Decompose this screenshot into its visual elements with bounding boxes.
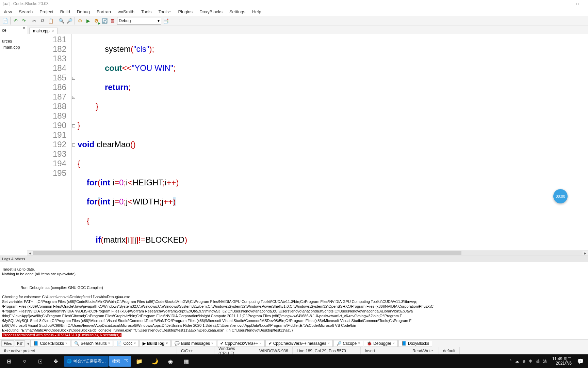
toolbar: 📄 ↶ ↷ ✂ ⧉ 📋 🔍 🔎 ⚙ ▶ ⚙▶ 🔄 ⊠ Debug▾ 📑	[0, 16, 588, 26]
logtab-search[interactable]: 🔍Search results×	[71, 340, 113, 347]
abort-icon[interactable]: ⊠	[109, 17, 116, 25]
close-icon[interactable]: ×	[358, 341, 360, 345]
menu-plugins[interactable]: Plugins	[175, 9, 195, 15]
copy-icon[interactable]: ⧉	[39, 17, 46, 25]
build-log-body[interactable]: Target is up to date. Nothing to be done…	[0, 262, 588, 339]
taskbar-clock[interactable]: 11:49 周二 2021/7/6	[550, 357, 574, 366]
close-icon[interactable]: ×	[328, 341, 330, 345]
close-icon[interactable]: ×	[134, 341, 136, 345]
ie-taskbar-item[interactable]: 🌐考会计证需要看…	[64, 356, 109, 367]
scroll-thumb[interactable]	[33, 251, 461, 255]
close-icon[interactable]: ×	[211, 341, 213, 345]
menu-project[interactable]: Project	[37, 9, 56, 15]
code-text[interactable]: system("cls"); cout<<"YOU WIN"; return; …	[76, 34, 588, 250]
menu-debug[interactable]: Debug	[74, 9, 93, 15]
close-tab-icon[interactable]: ×	[52, 29, 54, 33]
status-eol: Windows (CR+LF)	[214, 347, 255, 354]
target-options-icon[interactable]: 📑	[162, 17, 169, 25]
system-tray[interactable]: ˄ ☁ ⊕ 中 英 清	[507, 359, 550, 364]
logtab-doxyblocks[interactable]: 📘DoxyBlocks	[398, 340, 432, 347]
chrome-icon[interactable]: ◉	[163, 354, 178, 368]
search-icon[interactable]: ○	[17, 354, 32, 368]
status-language: C/C++	[177, 347, 214, 354]
menu-build[interactable]: Build	[58, 9, 73, 15]
logtab-cppcheck[interactable]: ✔CppCheck/Vera++×	[217, 340, 265, 347]
fold-column[interactable]: − − − −	[71, 34, 76, 250]
menu-view[interactable]: /iew	[1, 9, 15, 15]
replace-icon[interactable]: 🔎	[66, 17, 73, 25]
timer-overlay[interactable]: 00:00	[553, 189, 568, 203]
build-target-dropdown[interactable]: Debug▾	[117, 17, 161, 25]
redo-icon[interactable]: ↷	[20, 17, 28, 25]
ime-icon[interactable]: 清	[543, 359, 547, 364]
tab-prev-icon[interactable]: ◂	[26, 341, 30, 346]
ime-icon[interactable]: 中	[529, 359, 533, 364]
logtab-cccc[interactable]: 📄Cccc×	[114, 340, 139, 347]
close-icon[interactable]: ×	[108, 341, 110, 345]
fold-minus-icon[interactable]: −	[72, 124, 75, 127]
log-tabs-bar: Files FS' ◂ 📘Code::Blocks× 🔍Search resul…	[0, 339, 588, 347]
cut-icon[interactable]: ✂	[31, 17, 38, 25]
menu-doxyblocks[interactable]: DoxyBlocks	[197, 9, 225, 15]
find-icon[interactable]: 🔍	[58, 17, 65, 25]
horizontal-scrollbar[interactable]: ◂ ▸	[27, 250, 588, 256]
logtab-cscope[interactable]: 🔎Cscope×	[333, 340, 363, 347]
codeblocks-icon[interactable]: ▦	[179, 354, 194, 368]
menu-help[interactable]: Help	[249, 9, 264, 15]
code-editor[interactable]: 1811821831841851861871881891901911921931…	[27, 34, 588, 250]
rebuild-icon[interactable]: 🔄	[101, 17, 108, 25]
status-message: the active project	[0, 347, 177, 354]
task-view-icon[interactable]: ⊡	[33, 354, 48, 368]
side-tab-fs[interactable]: FS'	[15, 340, 25, 347]
notifications-icon[interactable]: 💬	[574, 354, 587, 368]
build-run-icon[interactable]: ⚙▶	[93, 17, 100, 25]
menu-settings[interactable]: Settings	[227, 9, 248, 15]
tab-main-cpp[interactable]: main.cpp ×	[29, 28, 58, 34]
new-file-icon[interactable]: 📄	[1, 17, 9, 25]
logs-panel: Logs & others Target is up to date. Noth…	[0, 256, 588, 347]
scroll-right-icon[interactable]: ▸	[583, 251, 588, 256]
menu-fortran[interactable]: Fortran	[94, 9, 114, 15]
start-button[interactable]: ⊞	[1, 354, 16, 368]
logs-header: Logs & others	[0, 256, 588, 262]
fold-minus-icon[interactable]: −	[72, 96, 75, 99]
menu-bar: /iew Search Project Build Debug Fortran …	[0, 7, 588, 16]
logtab-codeblocks[interactable]: 📘Code::Blocks×	[30, 340, 70, 347]
logtab-debugger[interactable]: 🐞Debugger×	[364, 340, 398, 347]
window-title: [aa] - Code::Blocks 20.03	[3, 1, 49, 6]
menu-search[interactable]: Search	[16, 9, 35, 15]
close-panel-icon[interactable]: ×	[22, 26, 26, 31]
tray-icon[interactable]: ⊕	[522, 359, 525, 364]
menu-toolsplus[interactable]: Tools+	[156, 9, 174, 15]
tray-up-icon[interactable]: ˄	[510, 359, 512, 364]
side-tab-files[interactable]: Files	[1, 340, 14, 347]
paste-icon[interactable]: 📋	[47, 17, 54, 25]
undo-icon[interactable]: ↶	[12, 17, 19, 25]
app-icon[interactable]: 🌙	[147, 354, 162, 368]
logtab-cppcheck-msg[interactable]: ✔CppCheck/Vera++ messages×	[265, 340, 333, 347]
explorer-icon[interactable]: 📁	[132, 354, 147, 368]
close-icon[interactable]: ×	[393, 341, 395, 345]
build-icon[interactable]: ⚙	[76, 17, 84, 25]
scroll-left-icon[interactable]: ◂	[27, 251, 33, 256]
run-icon[interactable]: ▶	[84, 17, 92, 25]
ime-icon[interactable]: 英	[536, 359, 540, 364]
onedrive-icon[interactable]: ☁	[515, 359, 519, 364]
status-insert: Insert	[361, 347, 408, 354]
logtab-build-log[interactable]: ▶Build log×	[140, 340, 171, 347]
sidebar-item[interactable]: urces	[1, 38, 26, 44]
minimize-button[interactable]: —	[555, 0, 570, 7]
close-icon[interactable]: ×	[260, 341, 262, 345]
logtab-build-messages[interactable]: 💬Build messages×	[172, 340, 216, 347]
search-box[interactable]: 搜索一下	[109, 356, 131, 367]
app-icon[interactable]: ❖	[48, 354, 63, 368]
fold-minus-icon[interactable]: −	[72, 143, 75, 147]
close-icon[interactable]: ×	[65, 341, 67, 345]
close-icon[interactable]: ×	[166, 341, 168, 345]
fold-minus-icon[interactable]: −	[72, 77, 75, 80]
menu-wxsmith[interactable]: wxSmith	[115, 9, 137, 15]
maximize-button[interactable]: □	[570, 0, 585, 7]
separator	[10, 17, 11, 25]
menu-tools[interactable]: Tools	[138, 9, 154, 15]
sidebar-item-main[interactable]: main.cpp	[1, 44, 26, 50]
